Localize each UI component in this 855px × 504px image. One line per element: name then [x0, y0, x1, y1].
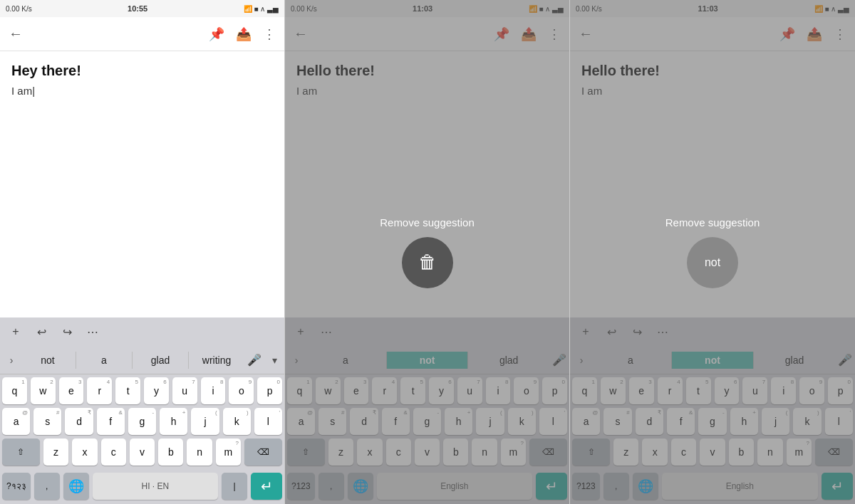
key-k[interactable]: k): [223, 408, 251, 435]
key-sub-label: @: [22, 409, 28, 416]
key-sub-label: #: [56, 409, 59, 416]
key-g[interactable]: g-: [128, 408, 156, 435]
key-sub-label: 8: [220, 379, 223, 385]
key-row-1: a@s#d₹f&g-h+j(k)l': [2, 408, 282, 435]
key-l[interactable]: l': [254, 408, 282, 435]
key-sub-label: 5: [135, 379, 138, 385]
suggestion-item[interactable]: glad: [133, 352, 189, 369]
key-q[interactable]: q1: [2, 377, 27, 404]
key-row-2: ⇧zxcvbnm?⌫: [2, 439, 282, 466]
note-title: Hey there!: [11, 63, 273, 79]
key-row-0: q1w2e3r4t5y6u7i8o9p0: [2, 377, 282, 404]
key-sub-label: ₹: [88, 409, 91, 416]
suggestions-list: notagladwriting: [20, 352, 244, 369]
delete-key[interactable]: ⌫: [244, 439, 282, 466]
top-bar: ← 📌 📤 ⋮: [0, 17, 284, 51]
suggestions-row: ›notagladwriting🎤▾: [0, 346, 284, 374]
delete-suggestion-button[interactable]: 🗑: [402, 237, 453, 288]
undo-icon[interactable]: ↩: [31, 322, 51, 342]
key-o[interactable]: o9: [229, 377, 254, 404]
comma-key[interactable]: ,: [34, 473, 60, 500]
key-a[interactable]: a@: [2, 408, 30, 435]
space-key[interactable]: HI · EN: [93, 473, 218, 500]
mic-icon[interactable]: 🎤: [244, 353, 264, 367]
key-sub-label: 1: [21, 379, 24, 385]
panel1: 0.00 K/s 10:55 📶 ■ ∧ ▃▅ ← 📌 📤 ⋮ Hey ther…: [0, 0, 285, 504]
shift-key[interactable]: ⇧: [2, 439, 40, 466]
key-sub-label: +: [182, 409, 186, 416]
key-sub-label: -: [152, 409, 154, 416]
status-left: 0.00 K/s: [6, 5, 32, 13]
keyboard-section: +↩↪⋯›notagladwriting🎤▾q1w2e3r4t5y6u7i8o9…: [0, 317, 284, 504]
pin-icon[interactable]: 📌: [209, 26, 224, 42]
key-sub-label: 7: [192, 379, 195, 385]
key-sub-label: &: [119, 409, 123, 416]
enter-key[interactable]: ↵: [251, 473, 282, 500]
key-j[interactable]: j(: [191, 408, 219, 435]
key-b[interactable]: b: [158, 439, 183, 466]
key-h[interactable]: h+: [160, 408, 187, 435]
key-sub-label: ?: [236, 440, 239, 446]
panel2: 0.00 K/s 11:03 📶 ■ ∧ ▃▅ ← 📌 📤 ⋮ Hello th…: [285, 0, 570, 504]
key-sub-label: 0: [277, 379, 280, 385]
key-x[interactable]: x: [72, 439, 97, 466]
key-z[interactable]: z: [43, 439, 68, 466]
key-sub-label: (: [215, 409, 217, 416]
keyboard-bottom-row: ?१२३ , 🌐 HI · EN | ↵: [0, 471, 284, 504]
globe-key[interactable]: 🌐: [63, 473, 89, 500]
suggestion-item[interactable]: not: [20, 352, 76, 369]
cursor-bar-key[interactable]: |: [222, 473, 247, 500]
menu-icon[interactable]: ⋮: [263, 26, 276, 42]
key-sub-label: ): [247, 409, 249, 416]
key-m[interactable]: m?: [216, 439, 241, 466]
key-t[interactable]: t5: [115, 377, 140, 404]
key-s[interactable]: s#: [33, 408, 61, 435]
note-body: I am: [11, 85, 273, 97]
delete-suggestion-word-button[interactable]: not: [687, 237, 738, 288]
key-r[interactable]: r4: [87, 377, 112, 404]
key-u[interactable]: u7: [172, 377, 197, 404]
panel3: 0.00 K/s 11:03 📶 ■ ∧ ▃▅ ← 📌 📤 ⋮ Hello th…: [570, 0, 855, 504]
key-sub-label: 3: [78, 379, 81, 385]
key-n[interactable]: n: [187, 439, 212, 466]
remove-suggestion-overlay[interactable]: Remove suggestionnot: [570, 0, 855, 504]
note-area[interactable]: Hey there!I am: [0, 51, 284, 317]
key-f[interactable]: f&: [97, 408, 125, 435]
key-d[interactable]: d₹: [65, 408, 93, 435]
key-c[interactable]: c: [101, 439, 126, 466]
redo-icon[interactable]: ↪: [57, 322, 77, 342]
keyboard-toolbar: +↩↪⋯: [0, 317, 284, 346]
key-sub-label: 2: [50, 379, 53, 385]
overlay-label: Remove suggestion: [380, 216, 475, 229]
suggestion-item[interactable]: a: [76, 352, 133, 369]
special-key[interactable]: ?१२३: [2, 473, 31, 500]
status-icons: 📶 ■ ∧ ▃▅: [244, 5, 279, 13]
key-p[interactable]: p0: [257, 377, 282, 404]
suggestion-word-in-circle: not: [705, 256, 720, 269]
overlay-label: Remove suggestion: [665, 216, 760, 229]
share-icon[interactable]: 📤: [236, 26, 252, 42]
status-time: 10:55: [128, 4, 147, 13]
key-e[interactable]: e3: [59, 377, 84, 404]
key-rows: q1w2e3r4t5y6u7i8o9p0a@s#d₹f&g-h+j(k)l'⇧z…: [0, 374, 284, 471]
key-y[interactable]: y6: [144, 377, 169, 404]
back-button[interactable]: ←: [9, 26, 23, 42]
key-sub-label: 4: [107, 379, 110, 385]
trash-icon: 🗑: [418, 251, 437, 273]
key-i[interactable]: i8: [201, 377, 226, 404]
key-sub-label: ': [279, 409, 280, 416]
status-bar: 0.00 K/s 10:55 📶 ■ ∧ ▃▅: [0, 0, 284, 17]
suggestion-item[interactable]: writing: [189, 352, 244, 369]
more-icon[interactable]: ⋯: [83, 322, 103, 342]
remove-suggestion-overlay[interactable]: Remove suggestion🗑: [285, 0, 569, 504]
suggestions-chevron[interactable]: ›: [0, 355, 20, 366]
key-w[interactable]: w2: [31, 377, 56, 404]
key-sub-label: 9: [249, 379, 252, 385]
add-icon[interactable]: +: [6, 322, 26, 342]
key-v[interactable]: v: [130, 439, 155, 466]
expand-suggestions-icon[interactable]: ▾: [264, 355, 284, 366]
key-sub-label: 6: [163, 379, 166, 385]
